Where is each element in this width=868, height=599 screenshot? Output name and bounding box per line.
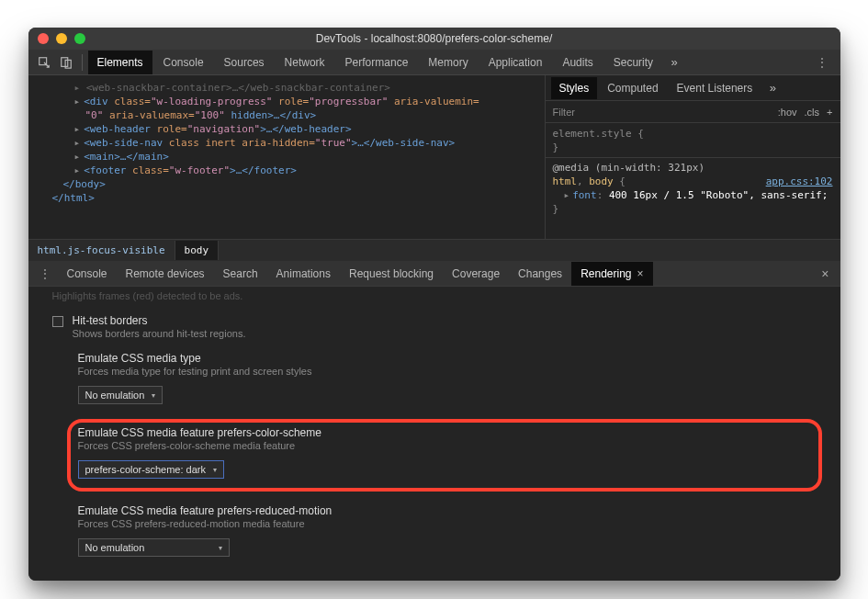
- dom-line[interactable]: </body>: [41, 177, 545, 191]
- traffic-close-icon[interactable]: [38, 33, 49, 44]
- tab-styles[interactable]: Styles: [551, 77, 598, 99]
- window-titlebar: DevTools - localhost:8080/prefers-color-…: [28, 28, 840, 50]
- reduced-motion-title: Emulate CSS media feature prefers-reduce…: [78, 504, 822, 517]
- tabs-overflow-icon[interactable]: »: [664, 53, 684, 72]
- dom-line[interactable]: <web-header role="navigation">…</web-hea…: [41, 122, 545, 136]
- dom-line[interactable]: <footer class="w-footer">…</footer>: [41, 164, 545, 177]
- tab-security[interactable]: Security: [604, 51, 662, 74]
- drawer-tab-remote-devices[interactable]: Remote devices: [117, 262, 214, 286]
- media-type-select[interactable]: No emulation ▾: [78, 386, 163, 404]
- tab-memory[interactable]: Memory: [419, 51, 477, 74]
- drawer-tab-coverage[interactable]: Coverage: [443, 262, 509, 286]
- truncated-prev-option-sub: Highlights frames (red) detected to be a…: [52, 287, 822, 301]
- tab-network[interactable]: Network: [276, 51, 334, 74]
- color-scheme-highlight: Emulate CSS media feature prefers-color-…: [67, 419, 822, 492]
- media-type-sub: Forces media type for testing print and …: [78, 366, 822, 377]
- tab-event-listeners[interactable]: Event Listeners: [669, 77, 761, 99]
- reduced-motion-option: Emulate CSS media feature prefers-reduce…: [78, 504, 822, 557]
- hittest-sub: Shows borders around hit-test regions.: [73, 328, 246, 339]
- color-scheme-value: prefers-color-scheme: dark: [85, 464, 206, 475]
- devtools-window: DevTools - localhost:8080/prefers-color-…: [28, 28, 840, 581]
- drawer-menu-icon[interactable]: ⋮: [32, 267, 58, 280]
- color-scheme-sub: Forces CSS prefers-color-scheme media fe…: [78, 440, 811, 451]
- hittest-checkbox[interactable]: [52, 316, 63, 327]
- close-tab-icon[interactable]: ×: [637, 267, 644, 280]
- styles-overflow-icon[interactable]: »: [762, 79, 783, 97]
- breadcrumb-body[interactable]: body: [175, 241, 220, 260]
- svg-rect-1: [61, 57, 67, 66]
- device-toggle-icon[interactable]: [56, 53, 76, 72]
- main-toolbar: Elements Console Sources Network Perform…: [28, 50, 840, 75]
- media-type-value: No emulation: [85, 390, 145, 401]
- tab-application[interactable]: Application: [479, 51, 552, 74]
- styles-pane: Styles Computed Event Listeners » :hov .…: [545, 75, 840, 239]
- dom-tree[interactable]: ▸ <web-snackbar-container>…</web-snackba…: [28, 75, 545, 239]
- traffic-minimize-icon[interactable]: [56, 33, 67, 44]
- styles-filter-row: :hov .cls +: [546, 101, 840, 123]
- dom-line[interactable]: </html>: [41, 191, 545, 205]
- drawer-tabs: ⋮ Console Remote devices Search Animatio…: [28, 261, 840, 287]
- dom-line[interactable]: <main>…</main>: [41, 150, 545, 164]
- dom-line[interactable]: <div class="w-loading-progress" role="pr…: [41, 95, 545, 108]
- styles-rules[interactable]: element.style { } @media (min-width: 321…: [546, 123, 840, 220]
- chevron-down-icon: ▾: [219, 544, 222, 552]
- drawer-tab-changes[interactable]: Changes: [509, 262, 571, 286]
- main-menu-icon[interactable]: ⋮: [809, 56, 835, 69]
- drawer-tab-search[interactable]: Search: [214, 262, 267, 286]
- color-scheme-select[interactable]: prefers-color-scheme: dark ▾: [78, 460, 224, 479]
- inspect-icon[interactable]: [34, 53, 54, 72]
- dom-breadcrumb: html.js-focus-visible body: [28, 239, 840, 261]
- dom-line[interactable]: <web-side-nav class inert aria-hidden="t…: [41, 136, 545, 150]
- styles-tabs: Styles Computed Event Listeners »: [546, 75, 840, 101]
- tab-computed[interactable]: Computed: [599, 77, 666, 99]
- reduced-motion-value: No emulation: [85, 542, 145, 553]
- media-type-title: Emulate CSS media type: [78, 352, 822, 365]
- hittest-title: Hit-test borders: [73, 314, 246, 327]
- color-scheme-option: Emulate CSS media feature prefers-color-…: [78, 426, 811, 479]
- reduced-motion-sub: Forces CSS prefers-reduced-motion media …: [78, 518, 822, 529]
- toolbar-divider: [82, 54, 83, 71]
- dom-line[interactable]: ▸ <web-snackbar-container>…</web-snackba…: [41, 81, 545, 95]
- drawer-close-icon[interactable]: ×: [814, 266, 836, 281]
- traffic-zoom-icon[interactable]: [74, 33, 85, 44]
- tab-console[interactable]: Console: [154, 51, 213, 74]
- breadcrumb-html[interactable]: html.js-focus-visible: [28, 241, 175, 260]
- hittest-option: Hit-test borders Shows borders around hi…: [52, 314, 822, 339]
- media-type-option: Emulate CSS media type Forces media type…: [78, 352, 822, 404]
- window-title: DevTools - localhost:8080/prefers-color-…: [28, 32, 840, 45]
- css-source-link[interactable]: app.css:102: [766, 175, 833, 188]
- tab-sources[interactable]: Sources: [215, 51, 274, 74]
- drawer-tab-animations[interactable]: Animations: [267, 262, 340, 286]
- tab-audits[interactable]: Audits: [553, 51, 602, 74]
- drawer-tab-request-blocking[interactable]: Request blocking: [340, 262, 443, 286]
- chevron-down-icon: ▾: [152, 391, 155, 400]
- hov-toggle[interactable]: :hov: [778, 107, 797, 118]
- rendering-panel: Highlights frames (red) detected to be a…: [28, 287, 840, 581]
- styles-filter-input[interactable]: [546, 107, 778, 118]
- drawer-tab-console[interactable]: Console: [58, 262, 117, 286]
- reduced-motion-select[interactable]: No emulation ▾: [78, 538, 230, 557]
- chevron-down-icon: ▾: [213, 466, 217, 474]
- new-rule-button[interactable]: +: [827, 107, 832, 118]
- tab-performance[interactable]: Performance: [336, 51, 418, 74]
- drawer: ⋮ Console Remote devices Search Animatio…: [28, 261, 840, 581]
- cls-toggle[interactable]: .cls: [805, 107, 820, 118]
- color-scheme-title: Emulate CSS media feature prefers-color-…: [78, 426, 811, 439]
- dom-line[interactable]: "0" aria-valuemax="100" hidden>…</div>: [41, 108, 545, 122]
- tab-elements[interactable]: Elements: [88, 51, 152, 74]
- drawer-tab-rendering[interactable]: Rendering×: [571, 262, 652, 286]
